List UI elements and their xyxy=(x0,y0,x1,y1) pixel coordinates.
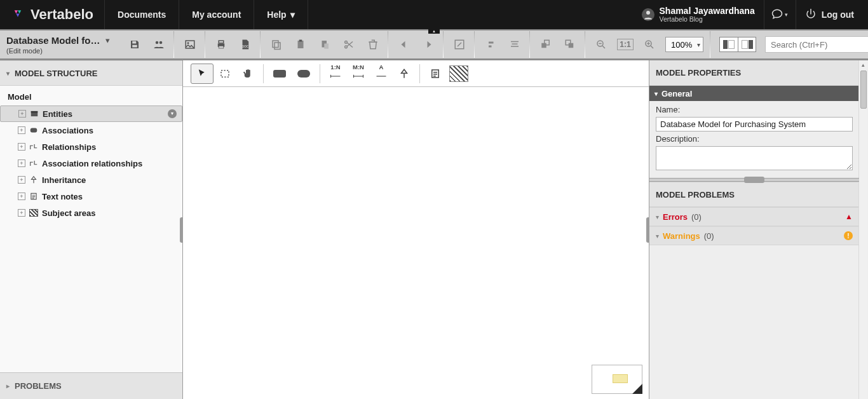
expander-icon[interactable]: + xyxy=(18,176,25,184)
expander-icon[interactable]: + xyxy=(18,126,25,134)
chevron-down-icon: ▾ xyxy=(6,70,10,77)
print-button[interactable] xyxy=(212,35,231,54)
chevron-down-icon: ▾ xyxy=(697,41,700,48)
paste-special-button[interactable] xyxy=(315,35,334,54)
tree-item-label: Text notes xyxy=(42,192,83,201)
zoom-out-button[interactable] xyxy=(592,35,611,54)
nav-my-account[interactable]: My account xyxy=(179,0,254,29)
undo-button[interactable] xyxy=(395,35,414,54)
tree-inheritance[interactable]: + Inheritance xyxy=(0,172,182,188)
chevron-right-icon: ▸ xyxy=(6,382,10,389)
redo-button[interactable] xyxy=(419,35,438,54)
delete-button[interactable] xyxy=(363,35,383,54)
right-vertical-splitter[interactable] xyxy=(649,178,859,182)
rel-1n-icon: 1:N xyxy=(330,64,341,83)
copy-icon xyxy=(271,39,282,50)
pan-tool[interactable] xyxy=(236,64,259,84)
assoc-rel-icon: A xyxy=(376,64,387,83)
warnings-row[interactable]: ▾ Warnings (0) xyxy=(649,226,859,245)
errors-count: (0) xyxy=(691,212,702,222)
toggle-left-panel[interactable] xyxy=(720,37,738,51)
expander-icon[interactable]: + xyxy=(18,143,25,151)
model-problems-header[interactable]: MODEL PROBLEMS xyxy=(649,182,859,207)
tree-subject-areas[interactable]: + Subject areas xyxy=(0,205,182,221)
properties-form: Name: Description: xyxy=(649,101,859,178)
tree-root[interactable]: Model xyxy=(0,91,182,105)
zoom-dropdown[interactable]: 100% ▾ xyxy=(665,37,703,52)
subject-area-icon xyxy=(29,208,38,217)
model-properties-header[interactable]: MODEL PROPERTIES xyxy=(649,60,859,86)
marquee-tool[interactable] xyxy=(214,64,236,84)
image-export-button[interactable] xyxy=(180,35,200,54)
cursor-icon xyxy=(196,68,208,79)
nav-documents[interactable]: Documents xyxy=(104,0,179,29)
bring-front-button[interactable] xyxy=(536,35,555,54)
problems-list: ▾ Errors (0) ▲ ▾ Warnings (0) xyxy=(649,207,859,245)
errors-label: Errors xyxy=(663,212,688,222)
nav-my-account-label: My account xyxy=(192,10,241,20)
add-inheritance-tool[interactable] xyxy=(393,64,416,84)
diagram-canvas[interactable] xyxy=(183,87,649,399)
left-panel-header[interactable]: ▾ MODEL STRUCTURE xyxy=(0,60,182,86)
expander-icon[interactable]: + xyxy=(18,209,25,217)
expander-icon[interactable]: + xyxy=(18,110,26,118)
expander-icon[interactable]: + xyxy=(18,159,25,167)
add-association-tool[interactable] xyxy=(292,64,316,84)
brand-name: Vertabelo xyxy=(31,6,93,23)
table-rounded-icon xyxy=(29,126,38,135)
tree-relationships[interactable]: + Relationships xyxy=(0,139,182,155)
scroll-thumb[interactable] xyxy=(860,71,867,109)
chevron-down-icon: ▾ xyxy=(290,10,295,20)
left-problems-header[interactable]: ▸ PROBLEMS xyxy=(0,372,182,399)
svg-rect-14 xyxy=(273,41,278,48)
collapse-header-tab[interactable] xyxy=(428,29,440,34)
align-center-button[interactable] xyxy=(505,35,524,54)
trash-icon xyxy=(367,39,379,50)
nav-help-label: Help xyxy=(267,10,286,20)
zoom-reset-button[interactable]: 1:1 xyxy=(616,35,635,54)
tree-assoc-relationships[interactable]: + Association relationships xyxy=(0,155,182,172)
add-1n-rel-tool[interactable]: 1:N xyxy=(324,64,347,84)
toolbar-buttons: DOC 1:1 100% ▾ xyxy=(123,30,761,58)
share-button[interactable] xyxy=(149,35,168,54)
svg-point-9 xyxy=(187,42,189,44)
tree-text-notes[interactable]: + Text notes xyxy=(0,188,182,205)
description-label: Description: xyxy=(656,134,853,144)
add-note-tool[interactable] xyxy=(424,64,447,84)
right-panel-scrollbar[interactable]: ▴ xyxy=(858,60,867,399)
pointer-tool[interactable] xyxy=(191,64,214,84)
collapse-icon[interactable] xyxy=(168,109,177,118)
scroll-up-icon[interactable]: ▴ xyxy=(862,60,865,69)
model-description-input[interactable] xyxy=(656,146,853,170)
tree-associations[interactable]: + Associations xyxy=(0,122,182,139)
users-icon xyxy=(153,39,165,50)
add-subject-area-tool[interactable] xyxy=(449,65,468,82)
doc-export-button[interactable]: DOC xyxy=(236,35,255,54)
messages-button[interactable]: ▾ xyxy=(764,0,796,29)
model-name-input[interactable] xyxy=(656,117,853,132)
copy-button[interactable] xyxy=(267,35,286,54)
zoom-in-button[interactable] xyxy=(640,35,659,54)
minimap[interactable] xyxy=(592,365,642,394)
cut-button[interactable] xyxy=(339,35,358,54)
errors-row[interactable]: ▾ Errors (0) ▲ xyxy=(649,207,859,226)
toggle-right-panel[interactable] xyxy=(738,37,756,51)
expander-icon[interactable]: + xyxy=(18,193,25,200)
paste-button[interactable] xyxy=(291,35,310,54)
add-entity-tool[interactable] xyxy=(268,64,292,84)
add-assoc-rel-tool[interactable]: A xyxy=(370,64,393,84)
nav-help[interactable]: Help ▾ xyxy=(254,0,308,29)
tree-entities[interactable]: + Entities xyxy=(0,105,182,122)
add-mn-rel-tool[interactable]: M:N xyxy=(347,64,370,84)
send-back-button[interactable] xyxy=(560,35,580,54)
brand[interactable]: Vertabelo xyxy=(0,0,105,29)
align-left-button[interactable] xyxy=(481,35,500,54)
search-input[interactable] xyxy=(765,36,868,53)
logout-button[interactable]: Log out xyxy=(796,0,868,29)
document-title-block[interactable]: Database Model for … ▾ (Edit mode) xyxy=(0,32,116,57)
user-block[interactable]: Shamal Jayawardhana Vertabelo Blog xyxy=(633,0,764,29)
save-button[interactable] xyxy=(125,35,144,54)
resize-corner-icon[interactable] xyxy=(632,384,642,394)
edit-toggle-button[interactable] xyxy=(450,35,469,54)
general-section-header[interactable]: ▾ General xyxy=(649,86,859,101)
